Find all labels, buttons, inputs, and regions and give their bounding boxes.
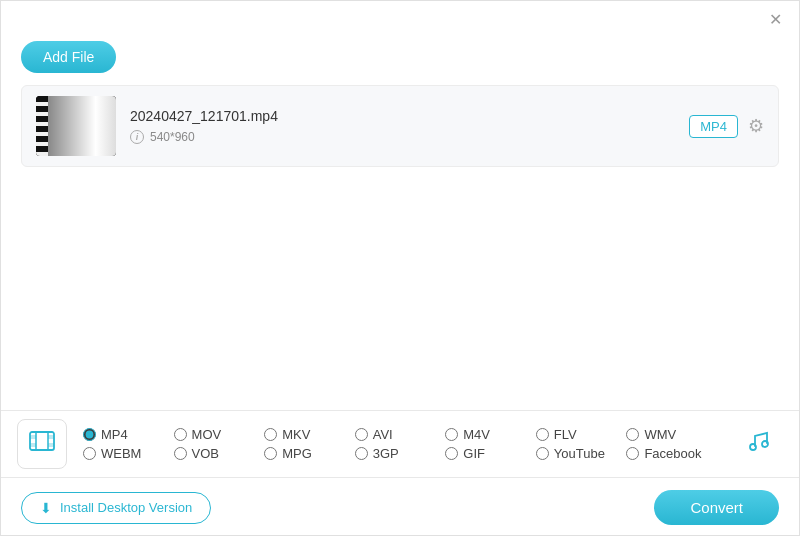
format-label-mkv: MKV xyxy=(282,427,310,442)
format-option-webm[interactable]: WEBM xyxy=(83,446,174,461)
format-radio-wmv[interactable] xyxy=(626,428,639,441)
format-label-facebook: Facebook xyxy=(644,446,701,461)
format-option-mp4[interactable]: MP4 xyxy=(83,427,174,442)
toolbar: Add File xyxy=(1,37,799,85)
file-item: 20240427_121701.mp4 i 540*960 MP4 ⚙ xyxy=(21,85,779,167)
format-label-webm: WEBM xyxy=(101,446,141,461)
format-radio-avi[interactable] xyxy=(355,428,368,441)
convert-button[interactable]: Convert xyxy=(654,490,779,525)
format-label-mov: MOV xyxy=(192,427,222,442)
footer-bar: ⬇ Install Desktop Version Convert xyxy=(1,478,799,536)
format-radio-mkv[interactable] xyxy=(264,428,277,441)
empty-area xyxy=(1,248,799,411)
format-radio-mpg[interactable] xyxy=(264,447,277,460)
music-icon xyxy=(745,428,771,460)
format-label-m4v: M4V xyxy=(463,427,490,442)
format-option-flv[interactable]: FLV xyxy=(536,427,627,442)
svg-rect-4 xyxy=(30,443,36,447)
format-badge[interactable]: MP4 xyxy=(689,115,738,138)
audio-format-icon-box[interactable] xyxy=(733,419,783,469)
close-button[interactable]: ✕ xyxy=(763,7,787,31)
settings-button[interactable]: ⚙ xyxy=(748,115,764,137)
file-list: 20240427_121701.mp4 i 540*960 MP4 ⚙ xyxy=(1,85,799,248)
format-option-mkv[interactable]: MKV xyxy=(264,427,355,442)
file-actions: MP4 ⚙ xyxy=(689,115,764,138)
format-option-facebook[interactable]: Facebook xyxy=(626,446,717,461)
format-label-3gp: 3GP xyxy=(373,446,399,461)
format-option-gif[interactable]: GIF xyxy=(445,446,536,461)
file-info: 20240427_121701.mp4 i 540*960 xyxy=(130,108,675,144)
install-desktop-button[interactable]: ⬇ Install Desktop Version xyxy=(21,492,211,524)
svg-rect-3 xyxy=(30,435,36,439)
format-options-grid: MP4 MOV MKV AVI M4V xyxy=(83,427,717,461)
file-name: 20240427_121701.mp4 xyxy=(130,108,675,124)
format-option-vob[interactable]: VOB xyxy=(174,446,265,461)
format-label-mp4: MP4 xyxy=(101,427,128,442)
add-file-button[interactable]: Add File xyxy=(21,41,116,73)
svg-point-8 xyxy=(762,441,768,447)
svg-point-7 xyxy=(750,444,756,450)
format-bar: MP4 MOV MKV AVI M4V xyxy=(1,411,799,478)
file-thumbnail xyxy=(36,96,116,156)
format-option-mov[interactable]: MOV xyxy=(174,427,265,442)
info-icon: i xyxy=(130,130,144,144)
title-bar: ✕ xyxy=(1,1,799,37)
format-radio-vob[interactable] xyxy=(174,447,187,460)
format-label-wmv: WMV xyxy=(644,427,676,442)
video-format-icon-box[interactable] xyxy=(17,419,67,469)
format-radio-facebook[interactable] xyxy=(626,447,639,460)
format-radio-mp4[interactable] xyxy=(83,428,96,441)
file-meta: i 540*960 xyxy=(130,130,675,144)
file-resolution: 540*960 xyxy=(150,130,195,144)
format-option-wmv[interactable]: WMV xyxy=(626,427,717,442)
format-radio-youtube[interactable] xyxy=(536,447,549,460)
bottom-section: MP4 MOV MKV AVI M4V xyxy=(1,410,799,536)
format-radio-3gp[interactable] xyxy=(355,447,368,460)
format-radio-webm[interactable] xyxy=(83,447,96,460)
download-icon: ⬇ xyxy=(40,500,52,516)
format-option-youtube[interactable]: YouTube xyxy=(536,446,627,461)
format-radio-flv[interactable] xyxy=(536,428,549,441)
format-label-avi: AVI xyxy=(373,427,393,442)
film-icon xyxy=(29,428,55,460)
format-label-mpg: MPG xyxy=(282,446,312,461)
format-radio-gif[interactable] xyxy=(445,447,458,460)
gear-icon: ⚙ xyxy=(748,115,764,137)
svg-rect-0 xyxy=(30,432,54,450)
install-button-label: Install Desktop Version xyxy=(60,500,192,515)
svg-rect-5 xyxy=(48,435,54,439)
format-option-avi[interactable]: AVI xyxy=(355,427,446,442)
format-option-3gp[interactable]: 3GP xyxy=(355,446,446,461)
format-option-mpg[interactable]: MPG xyxy=(264,446,355,461)
svg-rect-6 xyxy=(48,443,54,447)
close-icon: ✕ xyxy=(769,10,782,29)
format-radio-mov[interactable] xyxy=(174,428,187,441)
format-label-gif: GIF xyxy=(463,446,485,461)
format-radio-m4v[interactable] xyxy=(445,428,458,441)
format-option-m4v[interactable]: M4V xyxy=(445,427,536,442)
format-label-flv: FLV xyxy=(554,427,577,442)
format-label-vob: VOB xyxy=(192,446,219,461)
format-label-youtube: YouTube xyxy=(554,446,605,461)
